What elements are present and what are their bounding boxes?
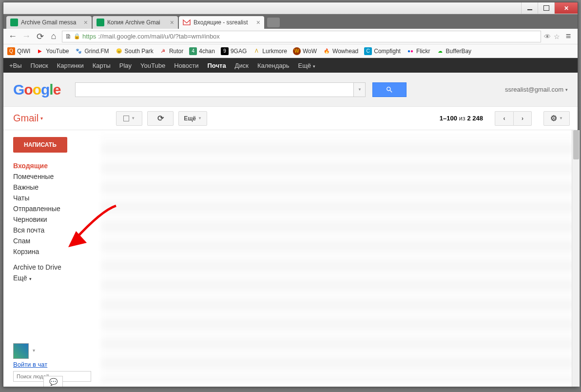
scrollbar-thumb[interactable] [573, 130, 579, 159]
avatar[interactable] [13, 343, 29, 359]
next-page-button[interactable]: › [513, 111, 532, 126]
url-actions: 👁 ☆ [544, 33, 560, 40]
new-tab-button[interactable] [267, 18, 280, 27]
folder-more[interactable]: Ещё ▾ [13, 273, 96, 283]
refresh-icon: ⟳ [157, 114, 164, 123]
more-button[interactable]: Ещё ▼ [178, 111, 207, 126]
gnav-item-active[interactable]: Почта [208, 62, 226, 69]
bookmark[interactable]: ▶YouTube [36, 47, 69, 55]
gmail-toolbar: Gmail ▾ ▼ ⟳ Ещё ▼ 1–100 из 2 248 ‹ › ⚙ ▼ [3, 107, 578, 130]
blurred-content [101, 134, 574, 383]
folder-trash[interactable]: Корзина [13, 246, 96, 257]
eye-icon[interactable]: 👁 [544, 33, 551, 40]
message-list [101, 130, 578, 387]
search-input[interactable] [75, 82, 354, 97]
select-checkbox-button[interactable]: ▼ [116, 111, 142, 126]
browser-tab[interactable]: Копия Archive Gmai × [93, 16, 178, 29]
gnav-item[interactable]: Карты [93, 62, 111, 69]
url-bar: ← → ⟳ ⌂ 🗎 🔒 https://mail.google.com/mail… [3, 29, 578, 44]
settings-button[interactable]: ⚙ ▼ [543, 111, 570, 126]
caret-down-icon: ▾ [313, 64, 315, 69]
tab-close-icon[interactable]: × [84, 19, 88, 26]
gnav-item[interactable]: Календарь [257, 62, 290, 69]
gmail-icon [183, 19, 191, 26]
gnav-item-more[interactable]: Ещё ▾ [298, 62, 315, 69]
url-input[interactable]: 🗎 🔒 https://mail.google.com/mail/u/0/?ta… [62, 31, 541, 42]
bookmark[interactable]: 🔥Wowhead [323, 47, 358, 55]
gnav-item[interactable]: Диск [235, 62, 249, 69]
bookmark[interactable]: WWoW [293, 47, 317, 55]
bookmarks-bar: QQIWI ▶YouTube 🐾Grind.FM 😠South Park ☭Ru… [3, 44, 578, 58]
caret-down-icon: ▾ [40, 116, 43, 121]
gmail-body: НАПИСАТЬ Входящие Помеченные Важные Чаты… [3, 130, 578, 387]
bookmark[interactable]: QQIWI [7, 47, 30, 55]
bookmark[interactable]: 44chan [189, 47, 215, 55]
sheets-icon [10, 19, 18, 26]
search-button[interactable] [372, 82, 407, 97]
gnav-item[interactable]: Поиск [31, 62, 48, 69]
gnav-item[interactable]: +Вы [9, 62, 22, 69]
folder-archive-to-drive[interactable]: Archive to Drive [13, 262, 96, 273]
bookmark[interactable]: ΛLurkmore [252, 47, 287, 55]
menu-button[interactable]: ≡ [563, 31, 574, 42]
compose-button[interactable]: НАПИСАТЬ [13, 137, 67, 153]
url-host: ://mail.google.com/mail/u/0/?tab=wm#inbo… [98, 33, 220, 40]
folder-important[interactable]: Важные [13, 182, 96, 193]
bookmark[interactable]: ☭Rutor [159, 47, 183, 55]
forward-button[interactable]: → [21, 31, 32, 42]
gear-icon: ⚙ [550, 114, 557, 123]
home-button[interactable]: ⌂ [48, 31, 59, 42]
prev-page-button[interactable]: ‹ [495, 111, 513, 126]
lock-icon: 🔒 [74, 33, 80, 39]
window-minimize-button[interactable] [521, 2, 538, 14]
star-icon[interactable]: ☆ [554, 33, 560, 40]
pagination-buttons: ‹ › [495, 111, 532, 126]
chat-toggle[interactable]: 💬 [43, 376, 63, 387]
browser-tab[interactable]: Archive Gmail messa × [6, 16, 92, 29]
google-nav: +Вы Поиск Картинки Карты Play YouTube Но… [3, 58, 578, 73]
window-close-button[interactable] [554, 2, 578, 14]
user-account[interactable]: ssrealist@gmail.com ▾ [505, 86, 568, 93]
gnav-item[interactable]: Новости [174, 62, 198, 69]
sheets-icon [97, 19, 104, 26]
bookmark[interactable]: 🐾Grind.FM [75, 47, 109, 55]
pagination-label: 1–100 из 2 248 [440, 115, 483, 122]
caret-down-icon: ▼ [559, 116, 563, 120]
chat-icon: 💬 [49, 378, 58, 386]
google-header: Google ▼ ssrealist@gmail.com ▾ [3, 73, 578, 107]
folder-starred[interactable]: Помеченные [13, 171, 96, 182]
reload-button[interactable]: ⟳ [35, 31, 45, 42]
tab-close-icon[interactable]: × [256, 19, 260, 26]
search-dropdown[interactable]: ▼ [354, 82, 366, 97]
folder-sent[interactable]: Отправленные [13, 203, 96, 214]
gmail-label[interactable]: Gmail ▾ [13, 113, 43, 124]
gnav-item[interactable]: Картинки [57, 62, 84, 69]
folder-allmail[interactable]: Вся почта [13, 225, 96, 235]
gnav-item[interactable]: Play [119, 62, 132, 69]
window-maximize-button[interactable] [538, 2, 554, 14]
bookmark[interactable]: CCompfight [364, 47, 401, 55]
bookmark[interactable]: ☁BufferBay [436, 47, 471, 55]
folder-chats[interactable]: Чаты [13, 193, 96, 203]
chevron-right-icon: › [522, 115, 523, 122]
folder-drafts[interactable]: Черновики [13, 214, 96, 225]
scrollbar[interactable] [572, 130, 580, 387]
refresh-button[interactable]: ⟳ [147, 111, 174, 126]
bookmark[interactable]: 😠South Park [115, 47, 154, 55]
checkbox-icon [123, 116, 129, 121]
search-icon [386, 86, 393, 94]
gnav-item[interactable]: YouTube [140, 62, 165, 69]
bookmark[interactable]: ●●Flickr [407, 47, 430, 55]
url-protocol: https [82, 33, 96, 40]
browser-tab-active[interactable]: Входящие - ssrealist × [179, 16, 264, 29]
chat-signin-link[interactable]: Войти в чат [13, 361, 96, 368]
browser-window: Archive Gmail messa × Копия Archive Gmai… [3, 2, 578, 387]
bookmark[interactable]: 99GAG [221, 47, 247, 55]
caret-down-icon: ▼ [131, 116, 135, 120]
back-button[interactable]: ← [7, 31, 18, 42]
folder-spam[interactable]: Спам [13, 235, 96, 246]
google-logo: Google [13, 81, 60, 98]
tab-close-icon[interactable]: × [170, 19, 174, 26]
folder-list: Входящие Помеченные Важные Чаты Отправле… [13, 160, 96, 283]
folder-inbox[interactable]: Входящие [13, 160, 96, 171]
